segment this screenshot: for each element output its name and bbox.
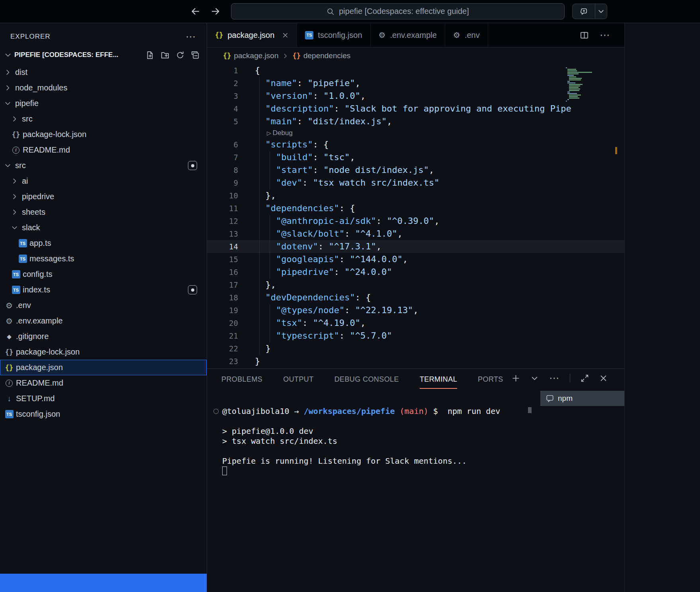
code-line-4[interactable]: 4 "description": "Slack bot for approvin… xyxy=(207,102,624,115)
chat-icon[interactable] xyxy=(573,4,595,19)
back-button[interactable] xyxy=(190,6,200,16)
json-icon: {} xyxy=(215,31,223,39)
line-number: 19 xyxy=(207,304,238,317)
tree-file-package-lock.json[interactable]: {}package-lock.json xyxy=(0,344,207,360)
tree-item-label: SETUP.md xyxy=(16,394,55,403)
tree-file-.env[interactable]: ⚙.env xyxy=(0,298,207,313)
more-button[interactable]: ⋯ xyxy=(549,376,559,380)
tree-folder-sheets[interactable]: sheets xyxy=(0,204,207,220)
panel-tab-debug-console[interactable]: DEBUG CONSOLE xyxy=(334,375,399,389)
panel-tab-terminal[interactable]: TERMINAL xyxy=(420,375,457,389)
terminal-list-item-npm[interactable]: npm xyxy=(540,391,624,406)
line-number: 3 xyxy=(207,90,238,102)
chevron-right-icon xyxy=(4,69,14,76)
tab-.env[interactable]: ⚙.env xyxy=(445,23,488,47)
code-line-23[interactable]: 23} xyxy=(207,355,624,368)
project-section-header[interactable]: PIPEFIE [CODESPACES: EFFE... xyxy=(0,45,207,65)
line-number: 5 xyxy=(207,115,238,128)
tree-file-.gitignore[interactable]: ◆.gitignore xyxy=(0,329,207,344)
tree-folder-src[interactable]: src xyxy=(0,158,207,173)
code-line-17[interactable]: 17 }, xyxy=(207,278,624,291)
plus-button[interactable] xyxy=(512,374,520,382)
code-line-2[interactable]: 2 "name": "pipefie", xyxy=(207,77,624,90)
tree-folder-slack[interactable]: slack xyxy=(0,220,207,235)
chat-dropdown-chevron-icon[interactable] xyxy=(595,4,607,19)
tree-file-SETUP.md[interactable]: ↓SETUP.md xyxy=(0,391,207,406)
line-number: 22 xyxy=(207,342,238,355)
tree-item-label: src xyxy=(15,161,26,170)
tree-item-label: package-lock.json xyxy=(16,347,80,357)
code-editor[interactable]: 1{2 "name": "pipefie",3 "version": "1.0.… xyxy=(207,64,624,369)
collapse-all-button[interactable] xyxy=(191,51,199,59)
tree-file-.env.example[interactable]: ⚙.env.example xyxy=(0,313,207,329)
code-line-11[interactable]: 11 "dependencies": { xyxy=(207,202,624,215)
tree-folder-node_modules[interactable]: node_modules xyxy=(0,80,207,96)
code-line-22[interactable]: 22 } xyxy=(207,342,624,355)
code-line-3[interactable]: 3 "version": "1.0.0", xyxy=(207,90,624,102)
editor-actions: ⋯ xyxy=(580,23,610,47)
tree-file-messages.ts[interactable]: TSmessages.ts xyxy=(0,251,207,267)
breadcrumb-item-package.json[interactable]: {}package.json xyxy=(223,51,278,60)
split-editor-button[interactable] xyxy=(580,31,589,39)
code-line-18[interactable]: 18 "devDependencies": { xyxy=(207,291,624,304)
tree-file-package-lock.json[interactable]: {}package-lock.json xyxy=(0,127,207,142)
ts-icon: TS xyxy=(11,270,21,278)
breadcrumb-item-dependencies[interactable]: {}dependencies xyxy=(292,51,350,60)
maximize-button[interactable] xyxy=(581,374,589,382)
tree-file-index.ts[interactable]: TSindex.ts xyxy=(0,282,207,298)
tree-file-tsconfig.json[interactable]: TStsconfig.json xyxy=(0,406,207,422)
more-button[interactable]: ⋯ xyxy=(600,33,610,37)
minimap[interactable] xyxy=(565,67,593,103)
new-file-button[interactable] xyxy=(146,51,154,59)
new-folder-button[interactable] xyxy=(161,51,169,59)
code-line-10[interactable]: 10 }, xyxy=(207,189,624,202)
tab-bar: {}package.jsonTStsconfig.json⚙.env.examp… xyxy=(207,23,624,47)
command-center-search[interactable]: pipefie [Codespaces: effective guide] xyxy=(231,3,565,20)
refresh-button[interactable] xyxy=(176,51,184,59)
gear-icon: ⚙ xyxy=(379,31,386,39)
tree-folder-pipedrive[interactable]: pipedrive xyxy=(0,189,207,204)
tree-file-package.json[interactable]: {}package.json xyxy=(0,360,207,375)
tab-package.json[interactable]: {}package.json xyxy=(207,23,297,47)
tree-item-label: messages.ts xyxy=(29,254,74,263)
panel-tab-problems[interactable]: PROBLEMS xyxy=(221,375,262,389)
tab-tsconfig.json[interactable]: TStsconfig.json xyxy=(297,23,370,47)
line-number: 18 xyxy=(207,291,238,304)
close-button[interactable] xyxy=(599,374,608,382)
ts-icon: TS xyxy=(4,410,14,418)
panel-tab-ports[interactable]: PORTS xyxy=(478,375,503,389)
panel-tab-output[interactable]: OUTPUT xyxy=(283,375,313,389)
json-gray-icon: {} xyxy=(4,348,14,356)
line-number: 7 xyxy=(207,151,238,164)
code-line-5[interactable]: 5 "main": "dist/index.js", xyxy=(207,115,624,128)
line-number: 12 xyxy=(207,215,238,227)
chevron-down-button[interactable] xyxy=(530,374,539,382)
close-icon[interactable] xyxy=(282,32,289,39)
line-number: 14 xyxy=(207,240,238,253)
line-number: 23 xyxy=(207,355,238,368)
copilot-chat-button[interactable] xyxy=(572,4,607,19)
remote-status-bar[interactable] xyxy=(0,574,207,592)
tree-item-label: .env.example xyxy=(16,316,63,325)
line-number: 2 xyxy=(207,77,238,90)
forward-button[interactable] xyxy=(211,6,221,16)
tab-.env.example[interactable]: ⚙.env.example xyxy=(371,23,445,47)
tree-folder-dist[interactable]: dist xyxy=(0,65,207,80)
terminal[interactable]: @toluajibola10 → /workspaces/pipefie (ma… xyxy=(207,389,540,592)
tree-folder-pipefie[interactable]: pipefie xyxy=(0,96,207,111)
tree-file-config.ts[interactable]: TSconfig.ts xyxy=(0,267,207,282)
codelens-debug[interactable]: ▷Debug xyxy=(207,128,624,138)
tree-file-app.ts[interactable]: TSapp.ts xyxy=(0,235,207,251)
code-line-6[interactable]: 6 "scripts": { xyxy=(207,138,624,151)
tab-label: .env.example xyxy=(390,31,436,40)
line-number: 20 xyxy=(207,317,238,329)
code-line-1[interactable]: 1{ xyxy=(207,64,624,77)
chevron-right-icon xyxy=(11,177,20,185)
tree-file-README.md[interactable]: iREADME.md xyxy=(0,142,207,158)
indent-guide xyxy=(270,151,270,189)
explorer-more-button[interactable]: ⋯ xyxy=(186,35,196,38)
tree-folder-ai[interactable]: ai xyxy=(0,173,207,189)
tree-file-README.md[interactable]: iREADME.md xyxy=(0,375,207,391)
command-center-text: pipefie [Codespaces: effective guide] xyxy=(339,7,469,16)
tree-folder-src[interactable]: src xyxy=(0,111,207,127)
